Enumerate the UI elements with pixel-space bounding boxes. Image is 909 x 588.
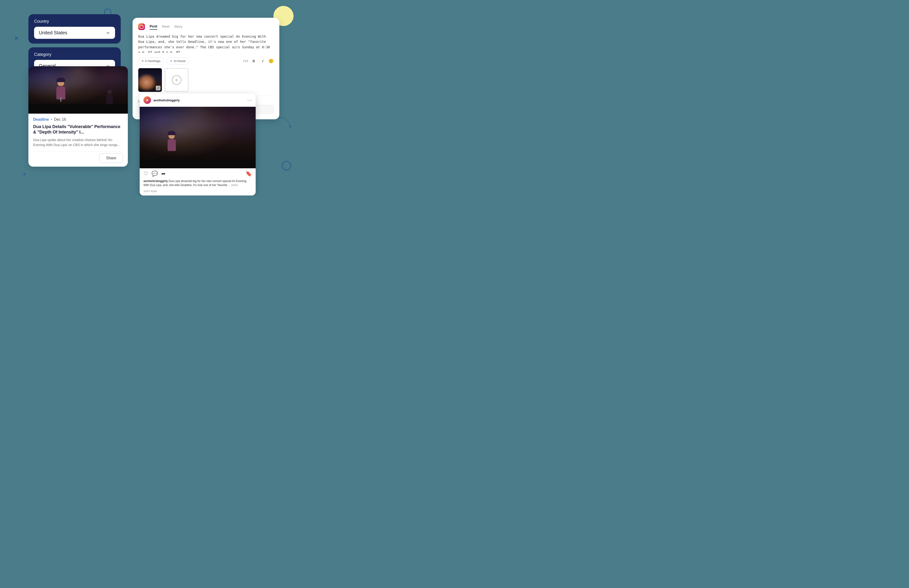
share-icon[interactable]: ➦ — [161, 171, 165, 177]
instagram-logo-icon — [138, 23, 145, 30]
ig-tabs: Post Reel Story — [138, 23, 274, 30]
instagram-logo-inner — [140, 25, 144, 29]
tab-reel[interactable]: Reel — [162, 24, 170, 29]
instagram-logo-dot — [142, 26, 142, 26]
more-options-button[interactable]: ⋯ — [247, 97, 252, 103]
share-button[interactable]: Share — [99, 153, 123, 163]
image-link-icon — [156, 86, 160, 90]
ig-preview-image — [140, 107, 256, 168]
caption-more-link[interactable]: ... more — [228, 183, 238, 187]
news-image — [28, 66, 128, 114]
country-select[interactable]: United States — [34, 27, 115, 39]
like-icon[interactable]: ♡ — [144, 171, 148, 177]
ai-assist-button[interactable]: ✦ AI Assist — [166, 58, 189, 65]
save-icon[interactable]: 🔖 — [245, 171, 252, 177]
news-footer: Share — [33, 151, 123, 163]
ai-assist-label: AI Assist — [174, 59, 186, 63]
emoji-button[interactable]: 🙂 — [268, 58, 274, 64]
caption-username: aestheticbloggirly — [144, 179, 168, 183]
news-excerpt: Dua Lipa spoke about her creative choice… — [33, 137, 123, 147]
ig-preview-caption: aestheticbloggirly Dua Lipa dreamed big … — [140, 179, 256, 189]
country-label: Country — [34, 19, 115, 24]
hashtags-label: # Hashtags — [145, 59, 160, 63]
news-source: Deadline — [33, 118, 49, 122]
country-filter-card: Country United States — [28, 14, 121, 44]
comment-icon[interactable]: 💬 — [152, 171, 158, 177]
char-count: 219 — [243, 59, 248, 63]
ig-preview-timestamp: JUST NOW — [140, 189, 256, 195]
hashtag-icon: # — [142, 59, 144, 63]
ig-preview-header: A aestheticbloggirly ⋯ — [140, 94, 256, 107]
ig-preview-actions: ♡ 💬 ➦ 🔖 — [140, 168, 256, 179]
news-dot: • — [51, 118, 52, 122]
news-date: Dec 16 — [54, 118, 66, 122]
hashtags-button[interactable]: # # Hashtags — [138, 58, 164, 65]
ig-toolbar: # # Hashtags ✦ AI Assist 219 B I 🙂 — [138, 58, 274, 65]
tab-post[interactable]: Post — [150, 24, 157, 29]
news-content: Deadline • Dec 16 Dua Lipa Details "Vuln… — [28, 114, 128, 166]
add-image-button[interactable]: + — [165, 68, 189, 92]
category-label: Category — [34, 52, 115, 57]
news-card: Deadline • Dec 16 Dua Lipa Details "Vuln… — [28, 66, 128, 166]
ai-icon: ✦ — [170, 60, 172, 63]
ig-preview-user: A aestheticbloggirly — [144, 96, 180, 104]
ig-images-row: + — [138, 68, 274, 92]
post-text-input[interactable] — [138, 34, 274, 53]
italic-button[interactable]: I — [260, 58, 266, 65]
bold-button[interactable]: B — [250, 58, 257, 65]
country-value: United States — [39, 30, 67, 36]
avatar-letter: A — [146, 98, 149, 102]
tab-story[interactable]: Story — [174, 24, 182, 29]
ig-preview-card: A aestheticbloggirly ⋯ ♡ 💬 ➦ — [140, 94, 256, 195]
ig-image-thumb-1 — [138, 68, 162, 92]
ig-preview-username: aestheticbloggirly — [153, 99, 180, 102]
news-source-line: Deadline • Dec 16 — [33, 118, 123, 122]
add-circle-icon: + — [172, 75, 181, 85]
news-title: Dua Lipa Details "Vulnerable" Performanc… — [33, 124, 123, 135]
ig-preview-avatar: A — [144, 96, 151, 104]
